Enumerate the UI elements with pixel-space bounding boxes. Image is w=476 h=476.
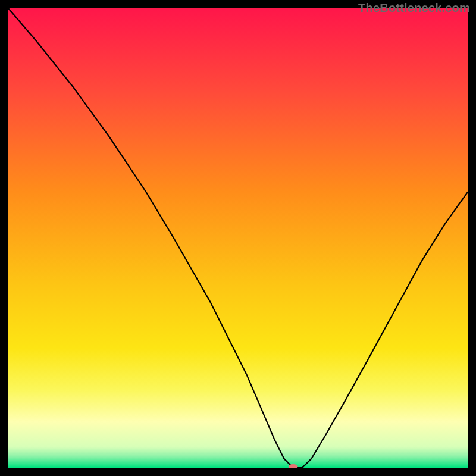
gradient-background [8, 8, 468, 468]
chart-plot [8, 8, 468, 468]
watermark-label: TheBottleneck.com [358, 1, 470, 15]
chart-container: TheBottleneck.com [0, 0, 476, 476]
